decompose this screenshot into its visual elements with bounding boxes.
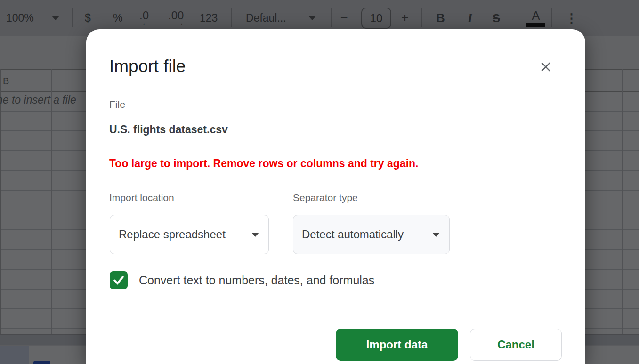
toolbar-divider [231, 8, 232, 27]
dialog-title: Import file [109, 57, 186, 76]
zoom-control[interactable]: 100% [6, 0, 34, 36]
currency-icon: $ [85, 12, 91, 24]
import-location-label: Import location [109, 192, 174, 203]
import-file-dialog: Import file File U.S. flights dataset.cs… [86, 29, 585, 364]
chevron-down-icon [251, 233, 259, 237]
grid-left-edge [0, 69, 1, 334]
strikethrough-icon: S [493, 12, 500, 25]
chevron-down-icon [432, 233, 440, 237]
import-data-button[interactable]: Import data [336, 329, 458, 361]
column-header-b: B [3, 76, 9, 87]
column-divider [622, 69, 623, 334]
import-location-select[interactable]: Replace spreadsheet [110, 215, 269, 254]
convert-checkbox[interactable] [110, 271, 128, 289]
cancel-button[interactable]: Cancel [470, 329, 562, 361]
separator-type-value: Detect automatically [302, 228, 427, 241]
column-divider [51, 69, 52, 334]
drop-file-hint-text: ne to insert a file [0, 94, 76, 106]
checkmark-icon [112, 273, 126, 287]
toolbar-divider [72, 8, 73, 27]
text-color-icon: A [532, 9, 540, 22]
separator-type-label: Separator type [293, 192, 358, 203]
convert-checkbox-label: Convert text to numbers, dates, and form… [139, 274, 374, 287]
close-icon [539, 60, 553, 74]
increase-decimal-icon: .00→ [168, 10, 184, 26]
screen: 100% $ % .0← .00→ 123 Defaul... − 10 + B… [0, 0, 639, 364]
font-size-value: 10 [370, 12, 383, 25]
minus-icon: − [340, 11, 348, 25]
separator-type-select[interactable]: Detect automatically [293, 215, 450, 254]
toolbar-divider [551, 8, 552, 27]
file-label: File [109, 99, 125, 110]
active-sheet-tab[interactable] [0, 346, 29, 364]
toast-fragment [33, 361, 50, 364]
font-size-input[interactable]: 10 [361, 8, 391, 29]
text-color-swatch [526, 23, 545, 27]
chevron-down-icon[interactable] [52, 16, 59, 20]
file-name: U.S. flights dataset.csv [109, 123, 228, 136]
format-currency-button[interactable]: $ [85, 0, 91, 36]
italic-icon: I [468, 11, 473, 25]
error-message: Too large to import. Remove rows or colu… [109, 157, 418, 170]
decrease-decimal-icon: .0← [139, 10, 149, 26]
zoom-value: 100% [6, 12, 34, 24]
toolbar-divider [421, 8, 422, 27]
chevron-down-icon[interactable] [308, 16, 316, 20]
font-family-value: Defaul... [246, 12, 286, 24]
toolbar-divider [331, 8, 332, 27]
more-formats-icon: 123 [200, 12, 218, 24]
close-button[interactable] [534, 56, 557, 78]
percent-icon: % [113, 12, 122, 24]
bold-icon: B [436, 11, 445, 25]
plus-icon: + [401, 11, 409, 25]
import-location-value: Replace spreadsheet [119, 228, 246, 241]
kebab-menu-icon: ⋮ [565, 11, 578, 26]
